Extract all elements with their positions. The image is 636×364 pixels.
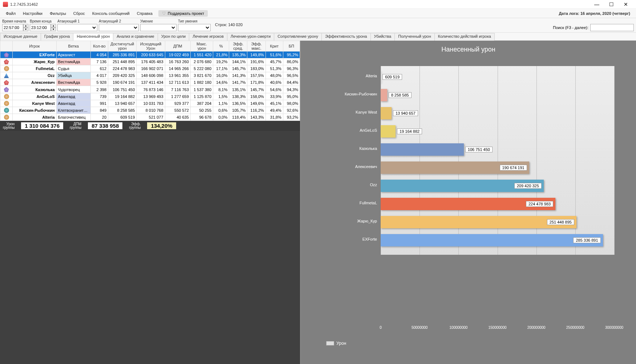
cell: 50 255: [190, 107, 213, 114]
tab-6[interactable]: Лечение-урон-смерти: [227, 33, 274, 41]
summary-eff-value: 134,20%: [147, 122, 176, 129]
menu-console[interactable]: Консоль сообщений: [89, 10, 133, 17]
damage-table: ИгрокВеткаКол-воДостигнутыйуронИсходящий…: [0, 41, 300, 121]
time-end-down[interactable]: ▼: [51, 28, 56, 31]
support-button[interactable]: ♡ Поддержать проект: [158, 10, 208, 17]
cell: Ozz: [13, 72, 56, 79]
col-header[interactable]: Ветка: [56, 41, 90, 52]
tab-3[interactable]: Анализ и сравнение: [113, 33, 158, 41]
col-header[interactable]: %: [213, 41, 229, 52]
chart-bar-value: 8 258 585: [389, 92, 412, 98]
cell: 13 940 657: [108, 100, 137, 107]
class-icon: [4, 66, 9, 71]
tab-1[interactable]: График урона: [41, 33, 73, 41]
cell: 209 420 325: [108, 72, 137, 79]
cell: 550 572: [165, 107, 190, 114]
chart-bar-row: 251 448 895: [381, 215, 614, 229]
cell: 40 635: [165, 114, 190, 120]
cell: 141,3%: [229, 72, 247, 79]
cell: 149,8%: [247, 52, 266, 58]
chart-bar-row: 8 258 585: [381, 88, 614, 102]
attacker2-combo[interactable]: [99, 24, 139, 31]
cell: 13 961 355: [165, 72, 190, 79]
table-row[interactable]: Кискин-РыбочкинКлятвохранитель8498 258 5…: [0, 107, 300, 114]
close-button[interactable]: ✕: [619, 0, 633, 8]
tab-2[interactable]: Нанесенный урон: [73, 33, 113, 41]
table-row[interactable]: OzzУбийца4 017209 420 325148 606 09813 9…: [0, 72, 300, 79]
cell: 5 928: [90, 79, 108, 86]
chart-bar-label: Alteria: [323, 74, 377, 78]
chart-xtick: 0: [380, 326, 382, 330]
class-icon: [4, 115, 9, 120]
col-header[interactable]: Игрок: [13, 41, 56, 52]
menu-reset[interactable]: Сброс: [70, 10, 89, 17]
cell: 84,4%: [283, 79, 300, 86]
class-icon: [4, 101, 9, 106]
search-input[interactable]: [590, 24, 634, 31]
col-header[interactable]: ИсходящийУрон: [137, 41, 165, 52]
col-header[interactable]: Достигнутыйурон: [108, 41, 137, 52]
tab-4[interactable]: Урон по цели: [158, 33, 189, 41]
table-row[interactable]: АлексеевичВестникАда5 928190 674 191137 …: [0, 79, 300, 86]
time-end-input[interactable]: [30, 24, 51, 31]
cell: 171,8%: [247, 79, 266, 86]
skill-combo[interactable]: [140, 24, 177, 31]
col-header[interactable]: [0, 41, 13, 52]
table-row[interactable]: AnGeLoSАвангард73919 164 88213 969 4931 …: [0, 93, 300, 100]
tab-8[interactable]: Эффективность урона: [321, 33, 370, 41]
attacker1-combo[interactable]: [57, 24, 97, 31]
tab-10[interactable]: Полученный урон: [394, 33, 435, 41]
table-row[interactable]: Жарю_КурВестникАда7 136251 448 895176 40…: [0, 58, 300, 65]
col-header[interactable]: Крит: [266, 41, 283, 52]
cell: 1 551 420: [190, 52, 213, 58]
chart-bar-label: Kanye West: [323, 110, 377, 114]
col-header[interactable]: Эфф.сред.: [229, 41, 247, 52]
table-row[interactable]: Kanye WestАвангард99113 940 65710 031 78…: [0, 100, 300, 107]
chart-xtick: 150000000: [488, 326, 506, 330]
chart-title: Нанесенный урон: [301, 41, 636, 56]
chart-bar: 209 420 325: [381, 180, 544, 192]
cell: 94,3%: [283, 86, 300, 93]
tab-0[interactable]: Исходные данные: [0, 33, 41, 41]
col-header[interactable]: ДПМ: [165, 41, 190, 52]
tab-5[interactable]: Лечение игроков: [189, 33, 227, 41]
skilltype-combo[interactable]: [178, 24, 211, 31]
cell: Жарю_Кур: [13, 58, 56, 65]
menu-help[interactable]: Справка: [133, 10, 156, 17]
chart-xtick: 200000000: [527, 326, 546, 330]
cell: 3 821 670: [190, 72, 213, 79]
cell: 19 022 459: [165, 52, 190, 58]
menu-filters[interactable]: Фильтры: [46, 10, 70, 17]
attacker2-label: Атакующий 2: [99, 19, 139, 23]
time-end-up[interactable]: ▲: [51, 24, 56, 28]
tab-9[interactable]: Убийства: [370, 33, 395, 41]
cell: 137 411 434: [137, 79, 165, 86]
col-header[interactable]: БП: [283, 41, 300, 52]
cell: [0, 65, 13, 72]
cell: 191,6%: [247, 58, 266, 65]
tab-11[interactable]: Количество действий игрока: [434, 33, 495, 41]
minimize-button[interactable]: —: [590, 0, 604, 8]
time-start-up[interactable]: ▲: [23, 24, 28, 28]
table-row[interactable]: FullmetaLСудья612224 478 983166 902 0711…: [0, 65, 300, 72]
col-header[interactable]: Макс.урон: [190, 41, 213, 52]
maximize-button[interactable]: ☐: [604, 0, 619, 8]
chart-bar-value: 224 478 983: [526, 201, 553, 207]
col-header[interactable]: Эфф.макс.: [247, 41, 266, 52]
menu-settings[interactable]: Настройки: [19, 10, 46, 17]
cell: [0, 52, 13, 58]
cell: 40,6%: [266, 79, 283, 86]
cell: 1 125 870: [190, 93, 213, 100]
col-header[interactable]: Кол-во: [90, 41, 108, 52]
table-row[interactable]: EXForteАрканист4 054285 336 891200 633 6…: [0, 52, 300, 58]
class-icon: [4, 80, 9, 85]
tab-7[interactable]: Сопротивление урону: [274, 33, 322, 41]
table-row[interactable]: AlteriaБлагочестивец20609 519521 07740 6…: [0, 114, 300, 120]
class-icon: [4, 94, 9, 99]
summary-dpm-label: ДПМ группы: [70, 122, 81, 130]
time-start-input[interactable]: [2, 24, 23, 31]
time-start-down[interactable]: ▼: [23, 28, 28, 31]
table-row[interactable]: КазюлькаЧудотворец2 398106 751 45076 873…: [0, 86, 300, 93]
menu-file[interactable]: Файл: [2, 10, 19, 17]
chart-bar-row: 19 164 882: [381, 124, 614, 139]
